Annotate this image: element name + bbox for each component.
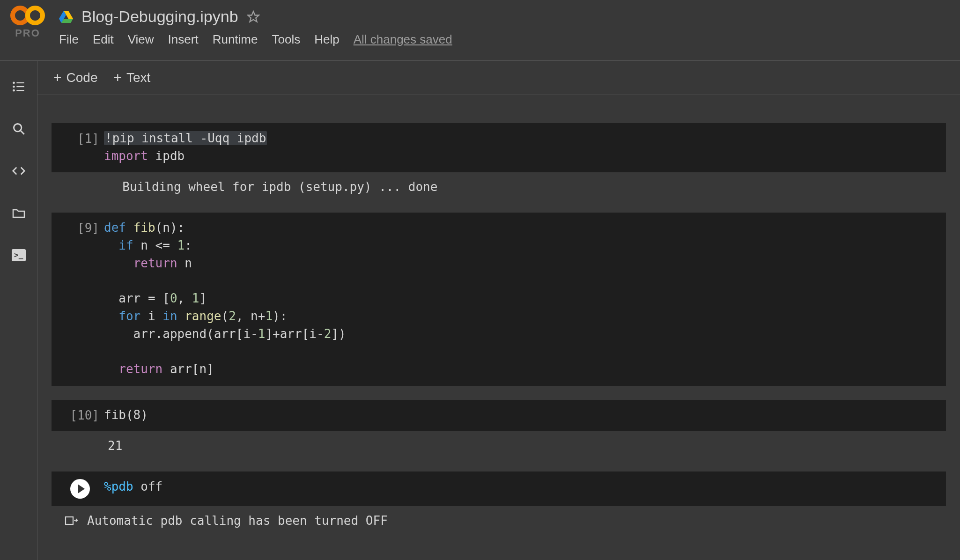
code-editor[interactable]: %pdb off: [99, 478, 162, 496]
body-row: >_ +Code +Text [1] !pip install -Uqq ipd…: [0, 61, 960, 560]
cell-input-row: %pdb off: [52, 472, 946, 506]
menu-file[interactable]: File: [59, 32, 79, 47]
logo-column: PRO: [9, 5, 46, 39]
execution-count[interactable]: [9]: [61, 219, 99, 235]
code-editor[interactable]: !pip install -Uqq ipdb import ipdb: [99, 130, 267, 165]
svg-rect-9: [16, 86, 24, 87]
left-rail: >_: [0, 61, 37, 560]
add-code-button[interactable]: +Code: [53, 70, 97, 85]
menu-runtime[interactable]: Runtime: [213, 32, 258, 47]
add-code-label: Code: [66, 70, 98, 85]
cell-input-row: [9] def fib(n): if n <= 1: return n arr …: [52, 213, 946, 385]
files-icon[interactable]: [12, 206, 26, 220]
svg-point-12: [14, 124, 21, 132]
header: PRO Blog-Debugging.ipynb File Edit View …: [0, 0, 960, 61]
snippets-icon[interactable]: [12, 164, 26, 178]
svg-marker-5: [248, 11, 258, 22]
title-column: Blog-Debugging.ipynb File Edit View Inse…: [59, 5, 452, 47]
toc-icon[interactable]: [12, 80, 26, 94]
cell-output: Building wheel for ipdb (setup.py) ... d…: [52, 172, 946, 199]
cell-input-row: [10] fib(8): [52, 400, 946, 432]
document-title[interactable]: Blog-Debugging.ipynb: [81, 7, 238, 26]
add-text-button[interactable]: +Text: [113, 70, 150, 85]
svg-rect-16: [66, 517, 73, 524]
execution-count[interactable]: [10]: [61, 406, 99, 422]
play-icon[interactable]: [70, 479, 90, 499]
search-icon[interactable]: [12, 122, 26, 136]
title-row: Blog-Debugging.ipynb: [59, 5, 452, 26]
cell-output: Automatic pdb calling has been turned OF…: [87, 514, 388, 528]
svg-text:>_: >_: [14, 251, 23, 259]
execution-count[interactable]: [1]: [61, 130, 99, 146]
menu-bar: File Edit View Insert Runtime Tools Help…: [59, 26, 452, 47]
notebook: [1] !pip install -Uqq ipdb import ipdb B…: [37, 95, 960, 542]
star-icon[interactable]: [247, 10, 260, 23]
code-cell-active[interactable]: %pdb off Automatic pdb calling has been …: [52, 472, 946, 528]
menu-insert[interactable]: Insert: [168, 32, 199, 47]
main-column: +Code +Text [1] !pip install -Uqq ipdb i…: [37, 61, 960, 560]
code-editor[interactable]: fib(8): [99, 406, 148, 424]
code-editor[interactable]: def fib(n): if n <= 1: return n arr = [0…: [99, 219, 346, 378]
svg-line-13: [20, 131, 24, 134]
code-cell[interactable]: [10] fib(8) 21: [52, 400, 946, 458]
menu-view[interactable]: View: [128, 32, 154, 47]
menu-tools[interactable]: Tools: [272, 32, 300, 47]
output-toggle-icon[interactable]: [65, 515, 78, 527]
code-cell[interactable]: [9] def fib(n): if n <= 1: return n arr …: [52, 213, 946, 385]
pro-label: PRO: [15, 27, 40, 39]
toolbar: +Code +Text: [37, 61, 960, 95]
svg-rect-7: [16, 82, 24, 83]
svg-point-6: [13, 82, 15, 84]
svg-rect-11: [16, 90, 24, 91]
cell-output-row: Automatic pdb calling has been turned OF…: [52, 506, 946, 528]
save-status[interactable]: All changes saved: [354, 32, 452, 47]
svg-point-8: [13, 86, 15, 88]
add-text-label: Text: [126, 70, 150, 85]
run-cell-button[interactable]: [61, 478, 99, 499]
svg-point-1: [28, 8, 43, 23]
terminal-icon[interactable]: >_: [12, 248, 26, 262]
colab-logo-icon: [9, 5, 46, 26]
drive-icon: [59, 11, 73, 23]
code-cell[interactable]: [1] !pip install -Uqq ipdb import ipdb B…: [52, 123, 946, 199]
cell-input-row: [1] !pip install -Uqq ipdb import ipdb: [52, 123, 946, 172]
svg-point-10: [13, 89, 15, 92]
menu-edit[interactable]: Edit: [93, 32, 114, 47]
menu-help[interactable]: Help: [314, 32, 339, 47]
cell-output: 21: [52, 431, 946, 457]
